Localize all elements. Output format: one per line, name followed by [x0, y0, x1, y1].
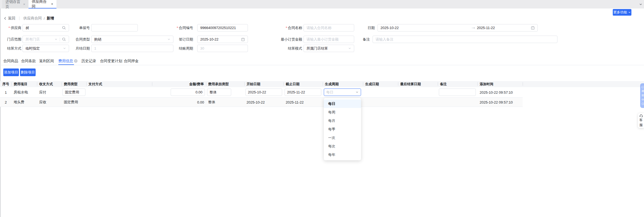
settle-cycle-label: 结账周期 — [153, 45, 193, 52]
chevron-down-icon — [628, 11, 631, 14]
tab-fee-info[interactable]: 费用信息? — [58, 59, 78, 64]
more-actions-button[interactable]: 更多功能 — [613, 9, 631, 16]
window-tab-supplier-contract[interactable]: 供应商合同 × — [28, 0, 56, 8]
tab-overflow-chevron-icon[interactable] — [639, 3, 642, 6]
dropdown-option-once[interactable]: 一次 — [324, 133, 361, 142]
close-icon[interactable]: × — [23, 2, 25, 6]
window-tab-home[interactable]: 进销存首页 × — [2, 0, 28, 8]
dropdown-option-yearly[interactable]: 每年 — [324, 150, 361, 159]
bear-type-input[interactable]: 整体 — [207, 88, 231, 96]
contract-no-input[interactable]: 996640097202510221 — [197, 24, 248, 32]
column-divider — [438, 82, 438, 86]
dropdown-option-daily[interactable]: 每日 — [324, 99, 361, 108]
contract-no-label: *合同编号 — [153, 24, 193, 32]
cell-bear-type: 整体 — [206, 98, 244, 107]
col-last-settle: 最后结算日期 — [398, 81, 438, 87]
cell-amount: 0.00 — [152, 98, 206, 107]
date-range-input[interactable]: 2025-10-22 2025-11-22 — [377, 24, 538, 32]
column-divider — [523, 82, 523, 86]
col-fee-type: 费用类型 — [62, 81, 86, 87]
col-bear-type: 费用承担类型 — [206, 81, 244, 87]
required-asterisk: * — [177, 26, 178, 30]
column-divider — [86, 82, 87, 86]
settle-mode-label: 结算模式 — [255, 45, 302, 52]
service-char: 服 — [639, 123, 643, 127]
back-button[interactable]: 返回 — [4, 16, 15, 21]
close-icon[interactable]: × — [51, 2, 53, 6]
calendar-icon — [531, 26, 535, 30]
min-order-amount-input[interactable]: 请输入最小订货金额 — [304, 36, 354, 43]
tab-contract-goods[interactable]: 合同商品 — [3, 59, 18, 64]
ring-icon[interactable] — [642, 102, 644, 105]
chevron-down-icon[interactable] — [356, 91, 359, 94]
settle-mode-select[interactable]: 所属门店结算 — [304, 45, 354, 52]
contract-name-input[interactable]: 请输入合同名称 — [304, 24, 354, 32]
cell-end-date: 2025-11-22 — [284, 98, 323, 107]
min-order-amount-label: 最小订货金额 — [255, 36, 302, 43]
table-header: 序号 费用项目 收支方式 费用类型 支付方式 金额/费率 费用承担类型 开始日期… — [0, 81, 644, 87]
end-date-input[interactable]: 2025-11-22 — [285, 88, 321, 96]
tab-rebate-range[interactable]: 返利区间 — [39, 59, 54, 64]
doc-no-input[interactable] — [91, 24, 138, 32]
dropdown-option-each[interactable]: 每次 — [324, 142, 361, 150]
active-tab-underline — [58, 64, 74, 65]
col-amount: 金额/费率 — [152, 81, 206, 87]
chevron-down-icon[interactable] — [348, 47, 351, 50]
add-item-button[interactable]: 添加项目 — [3, 68, 19, 76]
sign-date-input[interactable]: 2025-10-22 — [197, 36, 248, 43]
col-created-at: 添加时间 — [477, 81, 523, 87]
row-divider — [0, 107, 523, 107]
page-title: 新增 — [47, 16, 54, 21]
breadcrumb-divider — [19, 16, 19, 20]
required-asterisk: * — [286, 26, 287, 30]
window-tab-label: 进销存首页 — [5, 0, 21, 9]
column-divider — [284, 82, 284, 86]
column-divider — [152, 82, 152, 86]
service-char: 客 — [639, 118, 643, 122]
col-end-date: 截止日期 — [284, 81, 323, 87]
calendar-icon — [241, 38, 245, 41]
assistant-item[interactable]: 中 — [642, 98, 644, 102]
cell-seq: 1 — [0, 87, 12, 98]
dropdown-option-monthly[interactable]: 每月 — [324, 116, 361, 125]
dropdown-option-quarterly[interactable]: 每季 — [324, 125, 361, 133]
customer-service-button[interactable]: 客 服 — [638, 113, 644, 128]
tab-contract-terms[interactable]: 合同条款 — [21, 59, 36, 64]
column-divider — [244, 82, 245, 86]
tab-change-plan[interactable]: 合同变更计划 — [100, 59, 122, 64]
col-start-date: 开始日期 — [244, 81, 284, 87]
amount-input[interactable]: 0.00 — [171, 88, 205, 96]
remark-input[interactable]: 请输入备注 — [373, 36, 557, 43]
doc-no-label: 单据号 — [58, 24, 90, 32]
sign-date-label: 签订日期 — [153, 36, 193, 43]
cell-fee-item: 堆头费 — [12, 98, 37, 107]
col-cycle: 生成周期 — [323, 81, 363, 87]
remark-label: 备注 — [348, 36, 370, 43]
row-remark-input[interactable] — [439, 88, 476, 96]
breadcrumb-parent[interactable]: 供应商合同 — [23, 16, 42, 21]
chevron-left-icon — [4, 17, 7, 20]
breadcrumb: 返回 供应商合同 / 新增 — [4, 16, 54, 21]
fee-type-input[interactable]: 固定费用 — [62, 88, 85, 96]
column-divider — [477, 82, 478, 86]
assistant-item[interactable]: 超 — [642, 89, 644, 93]
cell-seq: 2 — [0, 98, 12, 107]
tab-history[interactable]: 历史记录 — [81, 59, 96, 64]
col-remark: 备注 — [438, 81, 477, 87]
floating-assistant-toolbar[interactable]: 超 助 中 — [640, 83, 644, 108]
col-direction: 收支方式 — [37, 81, 62, 87]
cell-created-at: 2025-10-22 09:57:10 — [477, 98, 523, 107]
start-date-input[interactable]: 2025-10-22 — [245, 88, 282, 96]
settle-cycle-input[interactable]: 30 — [197, 45, 248, 52]
tab-deposit[interactable]: 合同押金 — [124, 59, 139, 64]
chat-icon[interactable] — [642, 86, 644, 88]
column-divider — [62, 82, 62, 86]
assistant-item[interactable]: 助 — [642, 94, 644, 97]
window-tab-label: 供应商合同 — [32, 0, 49, 9]
help-icon[interactable]: ? — [74, 59, 78, 63]
chevron-down-icon[interactable] — [55, 38, 58, 41]
dropdown-option-weekly[interactable]: 每周 — [324, 108, 361, 116]
cycle-select[interactable]: 每日 — [324, 88, 361, 96]
delete-item-button[interactable]: 删除项目 — [20, 68, 36, 76]
cycle-dropdown-panel: 每日 每周 每月 每季 一次 每次 每年 — [324, 98, 361, 160]
